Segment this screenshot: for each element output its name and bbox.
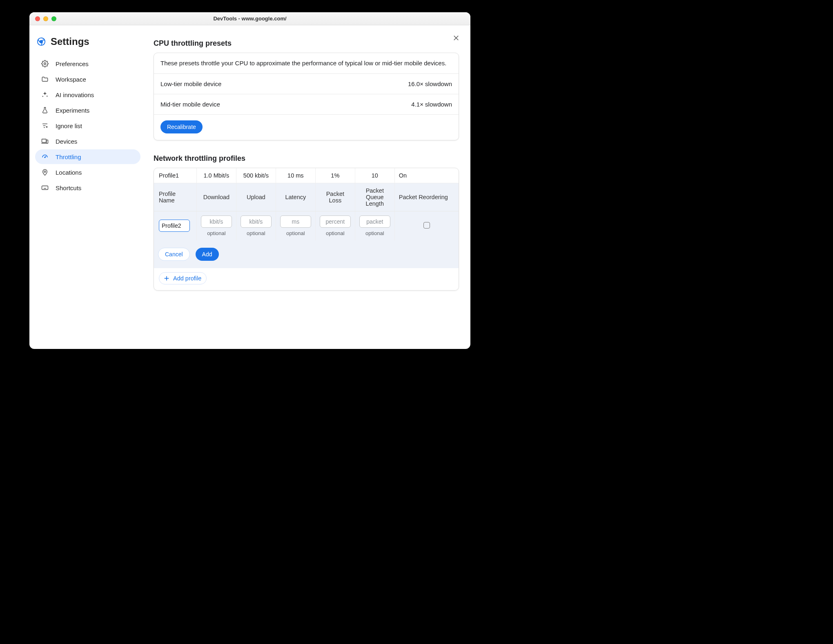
col-profile-name: Profile Name — [154, 183, 196, 211]
folder-icon — [41, 76, 49, 83]
sidebar-item-label: Devices — [56, 138, 77, 145]
upload-input[interactable] — [241, 215, 272, 228]
col-packet-queue: Packet Queue Length — [355, 183, 394, 211]
upload-cell: 500 kbit/s — [236, 168, 276, 183]
cpu-preset-row: Mid-tier mobile device 4.1× slowdown — [154, 94, 459, 115]
profile-name-input[interactable] — [159, 220, 190, 232]
filter-x-icon — [41, 122, 49, 129]
content-area: Settings Preferences Workspace AI innova… — [29, 25, 470, 349]
sidebar-item-ai-innovations[interactable]: AI innovations — [35, 87, 140, 102]
sidebar-item-label: Shortcuts — [56, 184, 81, 191]
latency-cell: 10 ms — [276, 168, 315, 183]
svg-rect-12 — [47, 140, 48, 143]
packet-reorder-cell: On — [394, 168, 459, 183]
optional-label: optional — [201, 230, 232, 236]
sidebar-item-preferences[interactable]: Preferences — [35, 56, 140, 71]
svg-rect-16 — [42, 186, 48, 190]
profile-name-cell: Profile1 — [154, 168, 196, 183]
titlebar: DevTools - www.google.com/ — [29, 12, 470, 25]
sidebar-item-experiments[interactable]: Experiments — [35, 103, 140, 118]
sidebar-item-label: Experiments — [56, 107, 89, 114]
svg-point-15 — [44, 171, 46, 173]
close-icon[interactable] — [452, 34, 460, 42]
svg-point-4 — [44, 63, 46, 65]
location-icon — [41, 169, 49, 176]
settings-header: Settings — [35, 33, 140, 56]
cpu-actions: Recalibrate — [154, 115, 459, 140]
table-row[interactable]: Profile1 1.0 Mbit/s 500 kbit/s 10 ms 1% … — [154, 168, 459, 183]
sidebar-item-shortcuts[interactable]: Shortcuts — [35, 180, 140, 195]
packet-queue-input[interactable] — [359, 215, 390, 228]
col-download: Download — [196, 183, 236, 211]
sidebar-item-label: AI innovations — [56, 91, 94, 98]
col-packet-reorder: Packet Reordering — [394, 183, 459, 211]
add-profile-label: Add profile — [173, 275, 201, 282]
plus-icon — [163, 275, 170, 282]
add-profile-button[interactable]: Add profile — [159, 272, 207, 284]
gear-icon — [41, 60, 49, 67]
svg-rect-10 — [42, 139, 47, 142]
svg-point-14 — [45, 157, 45, 158]
network-section-heading: Network throttling profiles — [154, 154, 459, 163]
sidebar-item-label: Throttling — [56, 153, 81, 160]
window-close-icon[interactable] — [35, 16, 40, 21]
sidebar-item-workspace[interactable]: Workspace — [35, 72, 140, 87]
latency-input[interactable] — [280, 215, 311, 228]
traffic-lights — [35, 16, 56, 21]
optional-label: optional — [359, 230, 390, 236]
col-packet-loss: Packet Loss — [315, 183, 355, 211]
optional-label: optional — [320, 230, 351, 236]
sidebar-item-label: Locations — [56, 169, 82, 176]
cpu-preset-value: 16.0× slowdown — [408, 80, 452, 87]
main-panel: CPU throttling presets These presets thr… — [145, 33, 463, 342]
cpu-preset-row: Low-tier mobile device 16.0× slowdown — [154, 74, 459, 94]
cpu-preset-name: Low-tier mobile device — [160, 80, 221, 87]
recalibrate-button[interactable]: Recalibrate — [160, 120, 203, 133]
sidebar-item-label: Workspace — [56, 76, 86, 83]
add-button[interactable]: Add — [196, 248, 219, 261]
chrome-logo-icon — [37, 37, 46, 46]
download-input[interactable] — [201, 215, 232, 228]
col-latency: Latency — [276, 183, 315, 211]
network-profiles-card: Profile1 1.0 Mbit/s 500 kbit/s 10 ms 1% … — [154, 168, 459, 291]
devices-icon — [41, 138, 49, 145]
devtools-window: DevTools - www.google.com/ Settings Pref… — [29, 12, 470, 349]
table-column-headers: Profile Name Download Upload Latency Pac… — [154, 183, 459, 211]
sidebar-item-locations[interactable]: Locations — [35, 165, 140, 180]
optional-label: optional — [280, 230, 311, 236]
sidebar-nav: Preferences Workspace AI innovations Exp… — [35, 56, 140, 195]
col-upload: Upload — [236, 183, 276, 211]
cpu-preset-value: 4.1× slowdown — [411, 101, 452, 108]
sidebar-item-throttling[interactable]: Throttling — [35, 149, 140, 164]
edit-actions-row: Cancel Add — [154, 240, 459, 268]
packet-queue-cell: 10 — [355, 168, 394, 183]
packet-loss-cell: 1% — [315, 168, 355, 183]
profile-edit-row: optional optional optional — [154, 211, 459, 240]
window-title: DevTools - www.google.com/ — [213, 16, 286, 22]
flask-icon — [41, 107, 49, 114]
cpu-preset-name: Mid-tier mobile device — [160, 101, 220, 108]
speed-icon — [41, 153, 49, 160]
network-profiles-table: Profile1 1.0 Mbit/s 500 kbit/s 10 ms 1% … — [154, 168, 459, 268]
cpu-section-heading: CPU throttling presets — [154, 39, 459, 48]
sparkle-icon — [41, 91, 49, 98]
sidebar-item-devices[interactable]: Devices — [35, 134, 140, 149]
sidebar-item-label: Preferences — [56, 60, 89, 67]
keyboard-icon — [41, 184, 49, 191]
window-zoom-icon[interactable] — [51, 16, 56, 21]
cancel-button[interactable]: Cancel — [158, 248, 190, 261]
window-minimize-icon[interactable] — [43, 16, 48, 21]
packet-reordering-checkbox[interactable] — [423, 222, 430, 229]
add-profile-row: Add profile — [154, 268, 459, 290]
cpu-presets-card: These presets throttle your CPU to appro… — [154, 53, 459, 140]
sidebar: Settings Preferences Workspace AI innova… — [35, 33, 145, 342]
optional-label: optional — [241, 230, 272, 236]
sidebar-item-label: Ignore list — [56, 122, 82, 129]
download-cell: 1.0 Mbit/s — [196, 168, 236, 183]
page-title: Settings — [51, 36, 89, 47]
cpu-description: These presets throttle your CPU to appro… — [154, 53, 459, 74]
packet-loss-input[interactable] — [320, 215, 351, 228]
sidebar-item-ignore-list[interactable]: Ignore list — [35, 118, 140, 133]
